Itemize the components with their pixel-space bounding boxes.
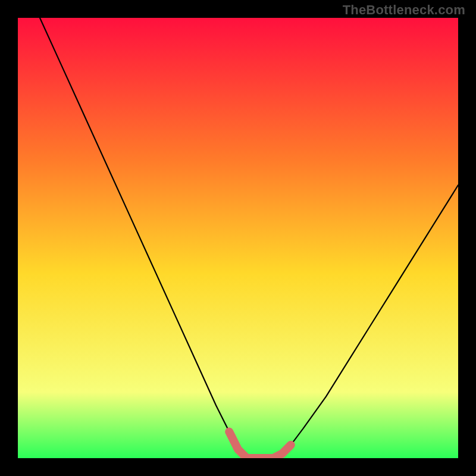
watermark-label: TheBottleneck.com (343, 2, 465, 18)
gradient-background (18, 18, 458, 458)
chart-canvas: TheBottleneck.com (0, 0, 476, 476)
plot-area (18, 18, 458, 458)
plot-svg (18, 18, 458, 458)
